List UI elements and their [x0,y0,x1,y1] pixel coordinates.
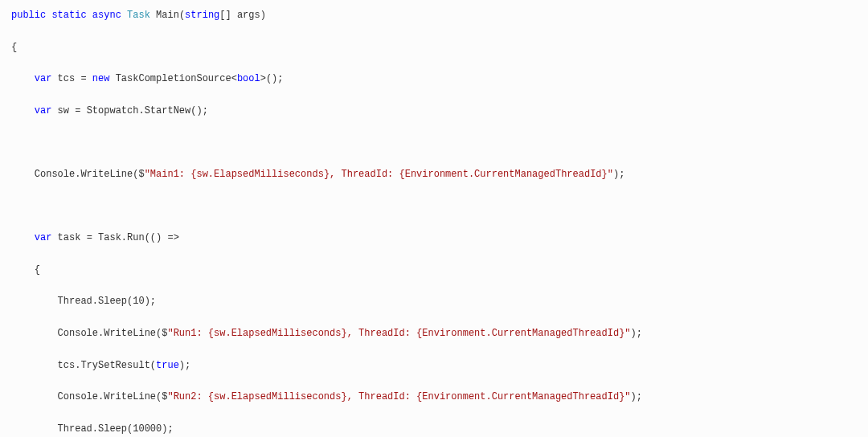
keyword: bool [237,73,260,84]
code-block: public static async Task Main(string[] a… [11,8,857,437]
type: Task [127,10,150,21]
keyword: var [35,232,52,243]
string: "Run2: {sw.ElapsedMilliseconds}, ThreadI… [167,391,630,402]
code-text: Thread.Sleep(10); [11,294,857,310]
keyword: new [92,73,110,84]
code-text: >(); [260,73,284,84]
code-text: Console.WriteLine($ [11,391,167,402]
keyword: var [35,73,52,84]
code-text: ); [613,169,624,180]
keyword: static [51,10,86,21]
code-text: ); [179,360,190,371]
code-text: Console.WriteLine($ [11,169,145,180]
code-text: tcs = [51,73,92,84]
code-text: tcs.TrySetResult( [11,360,156,371]
code-text: sw = Stopwatch.StartNew(); [51,105,207,116]
string: "Main1: {sw.ElapsedMilliseconds}, Thread… [145,169,613,180]
keyword: async [92,10,121,21]
code-text: task = Task.Run(() => [51,232,178,243]
code-text: ); [631,391,642,402]
keyword: string [185,10,219,21]
string: "Run1: {sw.ElapsedMilliseconds}, ThreadI… [167,328,630,339]
code-text: { [11,263,857,279]
keyword: public [11,10,46,21]
code-text: Main( [150,10,185,21]
code-text: Thread.Sleep(10000); [11,422,857,437]
code-text: Console.WriteLine($ [11,328,167,339]
code-text: { [11,40,857,56]
keyword: var [35,105,52,116]
code-text: ); [631,328,642,339]
code-text: TaskCompletionSource< [109,73,236,84]
keyword: true [156,360,179,371]
code-text: [] args) [219,10,266,21]
